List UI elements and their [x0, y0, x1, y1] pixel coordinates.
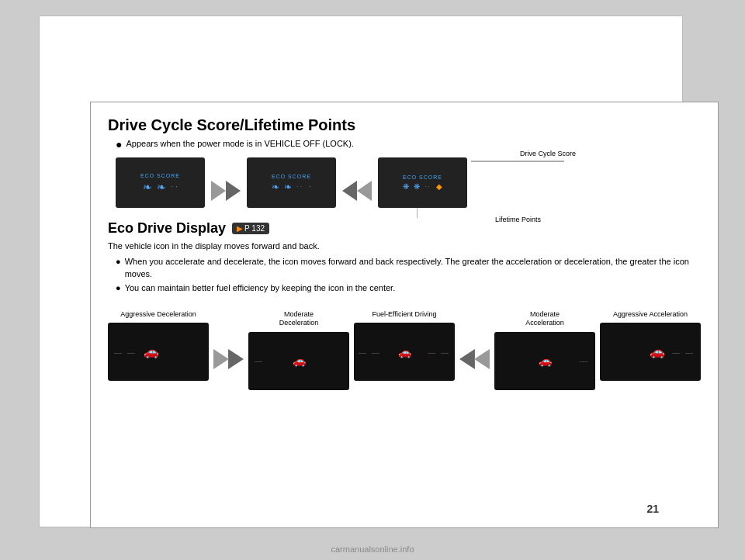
display-item-fuel-efficient: Fuel-Efficient Driving — — 🚗 — — — [354, 310, 455, 382]
svg-marker-3 — [357, 181, 372, 201]
page-number: 21 — [646, 503, 659, 515]
eco-screen-icons-1: ❧ ❧ · · — [143, 181, 177, 193]
eco-screen-icons-2: ❧ ❧ · · · — [272, 181, 310, 192]
arrow-accel-moderate — [459, 346, 490, 373]
label-fuel-efficient: Fuel-Efficient Driving — [372, 310, 437, 320]
bullet-item-2: ● You can maintain better fuel efficienc… — [116, 282, 701, 294]
page-ref-text: P 132 — [244, 224, 265, 233]
eco-diamond: ◆ — [436, 182, 442, 191]
dash-left-3: — — — [359, 347, 381, 356]
eco-score-label-1: ECO SCORE — [140, 173, 180, 178]
screen-moderate-accel: 🚗 — — [494, 332, 595, 390]
lifetime-line — [417, 204, 463, 220]
label-aggressive-accel: Aggressive Acceleration — [613, 310, 688, 320]
display-row: Aggressive Deceleration — — 🚗 ModerateDe… — [108, 310, 701, 390]
screen-inner-3: — — 🚗 — — — [354, 323, 455, 381]
eco-drive-title-text: Eco Drive Display — [108, 220, 226, 237]
svg-marker-7 — [213, 349, 229, 369]
white-page: Quick Reference Guide Drive Cycle Score/… — [39, 16, 683, 527]
svg-marker-6 — [228, 349, 244, 369]
eco-dot-3: · — [309, 182, 311, 191]
eco-score-label-2: ECO SCORE — [272, 174, 311, 179]
dash-left-2: — — [255, 357, 264, 365]
bullet-item-1: ● When you accelerate and decelerate, th… — [116, 256, 701, 280]
display-item-aggressive-decel: Aggressive Deceleration — — 🚗 — [108, 310, 209, 382]
watermark: carmanualsonline.info — [331, 544, 414, 554]
arrow-double-1 — [211, 179, 241, 202]
bullet-text-1: When you accelerate and decelerate, the … — [125, 256, 701, 280]
car-icon-1: 🚗 — [144, 344, 159, 359]
eco-screen-3-container: ECO SCORE ❋ ❋ · · ◆ Drive Cycle Score Li… — [378, 157, 467, 208]
eco-display-group: ECO SCORE ❧ ❧ · · ECO SCORE ❧ — [116, 157, 701, 208]
page-ref-badge: ▶ P 132 — [232, 223, 269, 234]
main-content-box: Drive Cycle Score/Lifetime Points ● Appe… — [90, 102, 719, 528]
svg-marker-1 — [211, 181, 226, 201]
arrow-decel-moderate — [213, 346, 244, 373]
eco-drive-title-row: Eco Drive Display ▶ P 132 — [108, 220, 701, 237]
screen-inner-2: — 🚗 — [248, 332, 349, 390]
eco-dots-4: · · — [424, 183, 430, 190]
eco-icon-1: ❧ — [143, 181, 152, 193]
eco-icon-3: ❧ — [272, 181, 279, 192]
screen-inner-5: 🚗 — — — [600, 323, 701, 381]
dash-left-1: — — — [114, 347, 137, 356]
display-item-aggressive-accel: Aggressive Acceleration 🚗 — — — [600, 310, 701, 382]
drive-cycle-bullet: ● Appears when the power mode is in VEHI… — [116, 139, 701, 150]
label-moderate-decel: ModerateDeceleration — [279, 310, 319, 328]
eco-screen-3: ECO SCORE ❋ ❋ · · ◆ — [378, 157, 467, 208]
arrow-double-2 — [342, 179, 372, 202]
eco-screen-icons-3: ❋ ❋ · · ◆ — [403, 182, 442, 191]
display-item-moderate-accel: ModerateAcceleration 🚗 — — [494, 310, 595, 390]
drive-cycle-title: Drive Cycle Score/Lifetime Points — [108, 116, 701, 134]
label-aggressive-decel: Aggressive Deceleration — [120, 310, 196, 320]
car-icon-5: 🚗 — [650, 344, 665, 359]
bullet-dot-3: ● — [116, 282, 121, 294]
eco-icon-5: ❋ — [403, 182, 409, 191]
display-item-moderate-decel: ModerateDeceleration — 🚗 — [248, 310, 349, 390]
svg-marker-2 — [342, 181, 357, 201]
eco-screen-1: ECO SCORE ❧ ❧ · · — [116, 157, 205, 208]
drive-cycle-bullet-text: Appears when the power mode is in VEHICL… — [126, 139, 353, 148]
eco-icon-2: ❧ — [157, 181, 166, 193]
screen-aggressive-decel: — — 🚗 — [108, 323, 209, 381]
dash-right-5: — — — [672, 347, 695, 356]
car-icon-2: 🚗 — [293, 354, 306, 367]
drive-cycle-line — [471, 154, 572, 165]
bullet-text-2: You can maintain better fuel efficiency … — [125, 282, 396, 294]
lifetime-points-label: Lifetime Points — [495, 216, 541, 223]
eco-icon-6: ❋ — [414, 182, 420, 191]
svg-marker-0 — [226, 181, 241, 201]
eco-screen-2: ECO SCORE ❧ ❧ · · · — [247, 157, 336, 208]
eco-score-label-3: ECO SCORE — [403, 175, 442, 180]
svg-marker-9 — [474, 349, 490, 369]
screen-inner-4: 🚗 — — [494, 332, 595, 390]
car-icon-4: 🚗 — [539, 354, 552, 367]
eco-dots-1: · · — [171, 182, 177, 191]
dash-right-4: — — [580, 357, 589, 365]
drive-cycle-display-area: ECO SCORE ❧ ❧ · · ECO SCORE ❧ — [116, 157, 701, 208]
screen-moderate-decel: — 🚗 — [248, 332, 349, 390]
eco-drive-body: The vehicle icon in the display moves fo… — [108, 240, 701, 252]
page-ref-arrow-icon: ▶ — [237, 224, 243, 233]
screen-aggressive-accel: 🚗 — — — [600, 323, 701, 381]
label-moderate-accel: ModerateAcceleration — [525, 310, 564, 328]
bullet-dot-2: ● — [116, 256, 121, 280]
screen-inner-1: — — 🚗 — [108, 323, 209, 381]
eco-dots-2: · · — [296, 183, 302, 190]
eco-drive-bullets: ● When you accelerate and decelerate, th… — [116, 256, 701, 294]
dash-right-3: — — — [428, 347, 450, 356]
car-icon-3: 🚗 — [398, 346, 411, 358]
eco-icon-4: ❧ — [284, 181, 292, 192]
screen-fuel-efficient: — — 🚗 — — — [354, 323, 455, 381]
svg-marker-8 — [459, 349, 475, 369]
bullet-dot: ● — [116, 139, 122, 150]
